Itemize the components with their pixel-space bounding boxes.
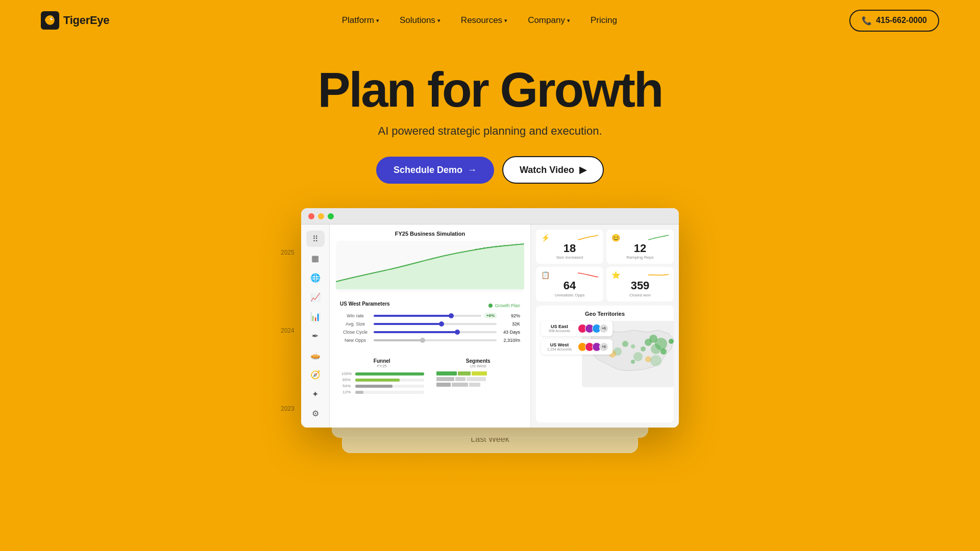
nav-pricing[interactable]: Pricing: [581, 11, 626, 30]
segments-card: Segments US West: [432, 354, 525, 400]
simulation-panel: FY25 Business Simulation: [330, 224, 531, 428]
year-2024: 2024: [281, 327, 295, 334]
phone-button[interactable]: 📞 415-662-0000: [849, 10, 939, 32]
year-2025: 2025: [281, 249, 295, 256]
sidebar-icon-pen[interactable]: ✒: [306, 328, 325, 344]
simulation-chart: [336, 241, 524, 292]
segments-sub: US West: [436, 364, 521, 368]
stat-number: 359: [611, 279, 669, 292]
stat-number: 64: [541, 279, 598, 292]
param-slider[interactable]: [374, 339, 497, 341]
stat-label: Ramping Reps: [611, 255, 669, 260]
window-titlebar: [301, 208, 679, 224]
phone-icon: 📞: [862, 16, 872, 26]
nav-solutions[interactable]: Solutions ▾: [390, 11, 450, 30]
stat-icon: ⭐: [611, 271, 620, 279]
sidebar-icon-globe[interactable]: 🌐: [306, 269, 325, 286]
stat-label: Size increased: [541, 255, 598, 260]
params-section: US West Parameters Growth Plan Win rate: [336, 297, 524, 350]
window-close-dot: [308, 213, 314, 219]
chevron-down-icon: ▾: [376, 17, 379, 24]
hero-title: Plan for Growth: [0, 65, 980, 114]
funnel-pct: 12%: [340, 390, 353, 394]
svg-point-20: [650, 355, 662, 366]
param-value: 43 Days: [500, 330, 520, 335]
geo-title: Geo Territories: [541, 311, 669, 317]
segments-title: Segments: [436, 358, 521, 364]
sidebar-icon-chart[interactable]: 📈: [306, 289, 325, 305]
nav-company[interactable]: Company ▾: [519, 11, 579, 30]
territory-us-west: US West 1,234 Accounts +8: [541, 339, 612, 355]
mockup-container: Yesterday Last Week ⠿ ▦ 🌐 📈 📊: [311, 208, 669, 453]
avatar-more: +8: [599, 342, 608, 352]
window-maximize-dot: [328, 213, 334, 219]
param-label: New Opps: [340, 338, 371, 343]
hero-subtitle: AI powered strategic planning and execut…: [0, 124, 980, 138]
watch-video-button[interactable]: Watch Video ▶: [502, 156, 604, 184]
sidebar-icon-settings[interactable]: ⚙: [306, 405, 325, 421]
sidebar-icon-star[interactable]: ✦: [306, 386, 325, 402]
brand-logo[interactable]: TigerEye: [41, 11, 109, 30]
param-slider[interactable]: [374, 331, 497, 333]
navbar: TigerEye Platform ▾ Solutions ▾ Resource…: [0, 0, 980, 41]
stat-card-opps: 📋 64 Unrealistic Opps: [536, 267, 603, 301]
sidebar-icon-bar[interactable]: 📊: [306, 308, 325, 324]
stat-card-closed: ⭐ 359 Closed won: [606, 267, 674, 301]
sidebar-icon-pie[interactable]: 🥧: [306, 347, 325, 363]
param-value: 2,310/m: [500, 338, 520, 343]
nav-links: Platform ▾ Solutions ▾ Resources ▾ Compa…: [333, 11, 626, 30]
param-slider[interactable]: [374, 323, 497, 325]
sidebar-icon-grid[interactable]: ⠿: [306, 231, 325, 247]
param-row-avgsize: Avg. Size 32K: [340, 321, 520, 327]
stat-number: 12: [611, 242, 669, 255]
stat-label: Closed won: [611, 293, 669, 297]
simulation-title: FY25 Business Simulation: [336, 231, 524, 237]
sidebar-icon-compass[interactable]: 🧭: [306, 366, 325, 383]
territory-info: US West 1,234 Accounts: [545, 342, 574, 351]
param-label: Close Cycle: [340, 330, 371, 335]
param-badge: +6%: [484, 313, 497, 318]
chevron-down-icon: ▾: [504, 17, 507, 24]
nav-resources[interactable]: Resources ▾: [452, 11, 517, 30]
avatars: +8: [578, 342, 608, 352]
play-icon: ▶: [579, 164, 586, 176]
param-value: 32K: [500, 321, 520, 327]
stat-label: Unrealistic Opps: [541, 293, 598, 297]
growth-plan-badge: Growth Plan: [488, 303, 520, 308]
content-area: FY25 Business Simulation: [330, 224, 679, 428]
param-label: Win rate: [340, 313, 371, 318]
sidebar-icon-table[interactable]: ▦: [306, 250, 325, 266]
brand-name: TigerEye: [63, 14, 109, 27]
nav-platform[interactable]: Platform ▾: [333, 11, 388, 30]
app-sidebar: ⠿ ▦ 🌐 📈 📊 ✒ 🥧 🧭 ✦ ⚙: [301, 224, 330, 428]
stats-grid: ⚡ 18 Size increased: [536, 230, 674, 302]
territory-us-east: US East 508 Accounts +6: [541, 321, 612, 336]
funnel-title: Funnel: [340, 358, 424, 364]
params-title: US West Parameters: [340, 301, 390, 307]
window-minimize-dot: [318, 213, 324, 219]
hero-buttons: Schedule Demo → Watch Video ▶: [0, 156, 980, 184]
param-value: 92%: [500, 313, 520, 318]
stat-card-reps: 😊 12 Ramping Reps: [606, 230, 674, 264]
svg-point-19: [631, 360, 635, 364]
schedule-demo-button[interactable]: Schedule Demo →: [376, 157, 494, 184]
funnel-pct: 54%: [340, 384, 353, 388]
funnel-card: Funnel FY25 100% 65%: [336, 354, 428, 400]
window-body: ⠿ ▦ 🌐 📈 📊 ✒ 🥧 🧭 ✦ ⚙ FY25 Business Simula…: [301, 224, 679, 428]
svg-point-16: [669, 339, 674, 344]
year-2023: 2023: [281, 405, 295, 412]
param-row-winrate: Win rate +6% 92%: [340, 313, 520, 318]
avatars: +6: [578, 324, 608, 333]
param-row-newopps: New Opps 2,310/m: [340, 338, 520, 343]
territory-info: US East 508 Accounts: [545, 324, 574, 333]
bottom-cards: Funnel FY25 100% 65%: [336, 354, 524, 400]
stat-number: 18: [541, 242, 598, 255]
param-slider[interactable]: [374, 315, 481, 317]
hero-section: Plan for Growth AI powered strategic pla…: [0, 41, 980, 453]
param-row-closecycle: Close Cycle 43 Days: [340, 330, 520, 335]
funnel-pct: 100%: [340, 371, 353, 376]
chevron-down-icon: ▾: [567, 17, 570, 24]
year-labels: 2025 2024 2023: [281, 249, 295, 412]
svg-point-2: [52, 18, 53, 19]
avatar-more: +6: [599, 324, 608, 333]
